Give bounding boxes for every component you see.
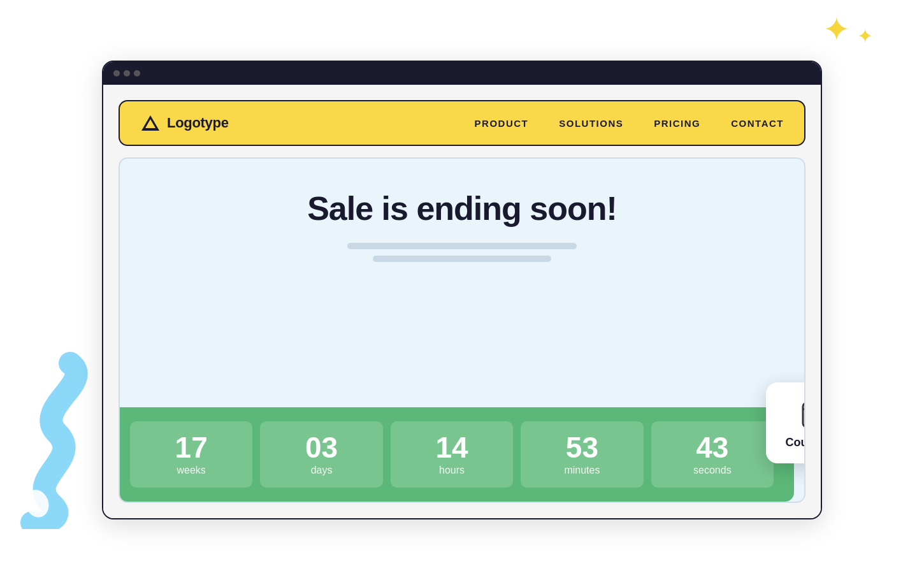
star-large-icon: ✦ — [823, 13, 851, 46]
countdown-minutes: 53 minutes — [521, 421, 643, 488]
countdown-hours-value: 14 — [397, 433, 507, 462]
svg-rect-3 — [803, 403, 805, 427]
calendar-check-icon — [800, 396, 805, 430]
star-small-icon: ✦ — [857, 27, 873, 46]
countdown-minutes-label: minutes — [527, 465, 637, 476]
countdown-hours: 14 hours — [391, 421, 513, 488]
browser-dot-1 — [113, 70, 120, 76]
hero-subtitle-lines — [347, 243, 577, 262]
countdown-weeks: 17 weeks — [130, 421, 252, 488]
nav-links: PRODUCT SOLUTIONS PRICING CONTACT — [475, 118, 784, 129]
countdown-days: 03 days — [260, 421, 382, 488]
countdown-minutes-value: 53 — [527, 433, 637, 462]
countdown-seconds-label: seconds — [658, 465, 767, 476]
hero-title: Sale is ending soon! — [307, 189, 617, 228]
browser-dot-2 — [124, 70, 130, 76]
decorative-stars: ✦ ✦ — [823, 13, 873, 46]
nav-item-contact[interactable]: CONTACT — [731, 118, 784, 129]
countdown-weeks-label: weeks — [136, 465, 246, 476]
browser-content: Logotype PRODUCT SOLUTIONS PRICING CONTA… — [103, 85, 821, 518]
countdown-days-value: 03 — [266, 433, 376, 462]
countdown-weeks-value: 17 — [136, 433, 246, 462]
browser-window: Logotype PRODUCT SOLUTIONS PRICING CONTA… — [102, 61, 822, 519]
nav-item-pricing[interactable]: PRICING — [654, 118, 700, 129]
countdown-seconds-value: 43 — [658, 433, 767, 462]
logo-area: Logotype — [140, 113, 229, 133]
blue-squiggle-decoration — [19, 351, 89, 529]
countdown-hours-label: hours — [397, 465, 507, 476]
hero-section: Sale is ending soon! 17 weeks 03 days 14… — [119, 157, 805, 503]
browser-dot-3 — [134, 70, 140, 76]
countdown-seconds: 43 seconds — [651, 421, 774, 488]
countdown-widget-label: Countdown — [786, 436, 805, 449]
navbar: Logotype PRODUCT SOLUTIONS PRICING CONTA… — [119, 100, 805, 146]
browser-window-controls — [113, 70, 140, 76]
countdown-bar: 17 weeks 03 days 14 hours 53 minutes 43 — [119, 407, 794, 502]
logo-text: Logotype — [167, 115, 229, 131]
logo-icon — [140, 113, 161, 133]
nav-item-solutions[interactable]: SOLUTIONS — [559, 118, 623, 129]
hero-subtitle-line-1 — [347, 243, 577, 249]
countdown-widget: Countdown — [766, 382, 805, 463]
nav-item-product[interactable]: PRODUCT — [475, 118, 529, 129]
browser-titlebar — [103, 62, 821, 85]
hero-subtitle-line-2 — [373, 256, 551, 262]
countdown-days-label: days — [266, 465, 376, 476]
